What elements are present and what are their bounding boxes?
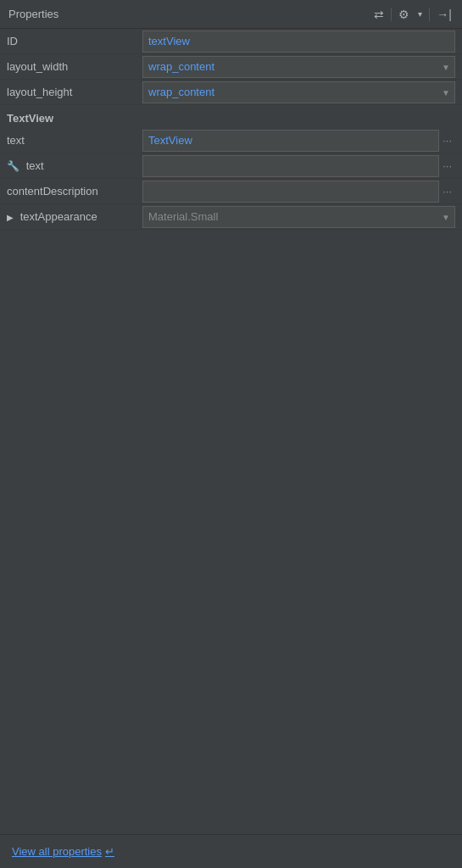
layout-width-select-wrapper: wrap_content match_parent match_constrai… [142,56,455,78]
section-title: TextView [7,112,53,125]
wrench-text-input[interactable] [142,155,439,177]
gear-dropdown-icon[interactable]: ▾ [416,8,424,20]
panel-content: ID layout_width wrap_content match_paren… [0,29,462,431]
expand-arrow-icon[interactable]: ▶ [7,213,14,222]
property-row-layout-width: layout_width wrap_content match_parent m… [0,54,462,80]
property-row-text: text ··· [0,128,462,153]
content-description-value-wrapper: ··· [142,181,455,203]
wrench-icon: 🔧 [7,160,19,172]
panel-title: Properties [8,8,58,20]
layout-height-label: layout_height [7,86,142,98]
text-appearance-label: ▶ textAppearance [7,210,142,223]
property-row-layout-height: layout_height wrap_content match_parent … [0,80,462,105]
header-divider [391,8,392,21]
id-label: ID [7,35,142,47]
property-row-text-appearance: ▶ textAppearance Material.Small Material… [0,204,462,230]
pin-icon[interactable]: →| [435,6,454,23]
content-description-label: contentDescription [7,185,142,198]
layout-width-value-wrapper: wrap_content match_parent match_constrai… [142,56,455,78]
panel-footer: View all properties ↵ [0,834,462,868]
text-appearance-select[interactable]: Material.Small Material.Medium Material.… [142,206,455,228]
text-appearance-select-wrapper: Material.Small Material.Medium Material.… [142,206,455,228]
layout-height-value-wrapper: wrap_content match_parent match_constrai… [142,81,455,103]
view-all-arrow-icon: ↵ [105,845,114,858]
sync-icon[interactable]: ⇄ [372,6,386,23]
text-ellipsis-button[interactable]: ··· [439,135,455,146]
view-all-label: View all properties [12,845,102,858]
layout-width-select[interactable]: wrap_content match_parent match_constrai… [142,56,455,78]
textview-section-header: TextView [0,105,462,128]
layout-height-select[interactable]: wrap_content match_parent match_constrai… [142,81,455,103]
id-input[interactable] [142,31,455,53]
property-row-wrench-text: 🔧 text ··· [0,153,462,179]
content-spacer [0,431,462,834]
layout-height-select-wrapper: wrap_content match_parent match_constrai… [142,81,455,103]
property-row-id: ID [0,29,462,54]
content-description-ellipsis-button[interactable]: ··· [439,186,455,197]
wrench-text-ellipsis-button[interactable]: ··· [439,160,455,171]
property-row-content-description: contentDescription ··· [0,179,462,204]
properties-panel: Properties ⇄ ⚙ ▾ →| ID layout_width wrap… [0,0,462,868]
gear-icon[interactable]: ⚙ [397,6,411,23]
id-value-wrapper [142,31,455,53]
layout-width-label: layout_width [7,60,142,73]
text-input[interactable] [142,130,439,152]
text-value-wrapper: ··· [142,130,455,152]
panel-header: Properties ⇄ ⚙ ▾ →| [0,0,462,29]
view-all-properties-link[interactable]: View all properties ↵ [12,845,450,858]
text-appearance-value-wrapper: Material.Small Material.Medium Material.… [142,206,455,228]
content-description-input[interactable] [142,181,439,203]
wrench-text-label: 🔧 text [7,159,142,172]
header-divider-2 [429,8,430,21]
wrench-text-value-wrapper: ··· [142,155,455,177]
text-label: text [7,134,142,147]
header-icons: ⇄ ⚙ ▾ →| [372,6,454,23]
